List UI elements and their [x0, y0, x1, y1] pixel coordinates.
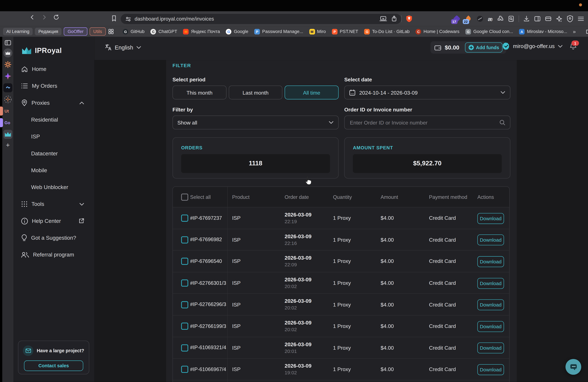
bookmark-item[interactable]: P Password Manage...: [252, 29, 305, 34]
back-icon[interactable]: [29, 14, 35, 20]
bookmark-item[interactable]: G GitHub: [121, 29, 146, 34]
row-checkbox[interactable]: [181, 323, 188, 330]
bookmark-flag-icon[interactable]: [111, 15, 117, 22]
sidebar-item-home[interactable]: Home: [21, 63, 87, 75]
account-menu[interactable]: miro@go-offer.us: [503, 42, 563, 50]
row-checkbox[interactable]: [181, 215, 188, 222]
download-button[interactable]: Download: [477, 343, 504, 354]
page-search-icon[interactable]: [508, 15, 514, 22]
period-all-time-button[interactable]: All time: [285, 85, 339, 99]
product-cell: ISP: [232, 345, 241, 351]
contact-sales-button[interactable]: Contact sales: [24, 361, 83, 371]
live-chat-button[interactable]: [566, 359, 581, 375]
sidebar-item-proxies[interactable]: Proxies: [21, 96, 87, 109]
wallet-card-icon[interactable]: [545, 16, 552, 22]
tab-starburst-icon[interactable]: [3, 60, 12, 69]
puzzle-icon[interactable]: [497, 15, 504, 22]
tab-codeium-icon[interactable]: [3, 83, 12, 92]
laptop-sync-icon[interactable]: [379, 16, 387, 22]
bookmarks-overflow-chevron[interactable]: »: [571, 28, 577, 35]
language-selector[interactable]: English: [105, 44, 142, 51]
tab-iproyal-active[interactable]: [3, 130, 12, 139]
leo-sparkle-icon[interactable]: [556, 15, 563, 22]
sidebar-item-residential[interactable]: Residential: [21, 113, 97, 126]
filter-section-title: FILTER: [172, 63, 191, 68]
sidebar-item-isp[interactable]: ISP: [21, 130, 97, 143]
iproyal-logo[interactable]: IPRoyal: [22, 46, 62, 55]
bookmark-chip[interactable]: Utils: [89, 27, 106, 36]
brave-shield-icon[interactable]: [406, 15, 412, 22]
bookmark-chip[interactable]: Редакция: [35, 28, 62, 35]
apps-grid-icon[interactable]: [108, 28, 114, 35]
row-checkbox[interactable]: [181, 301, 188, 308]
row-checkbox[interactable]: [181, 366, 188, 373]
extension-dark-icon[interactable]: [476, 15, 484, 22]
sidebar-panel-icon[interactable]: [534, 16, 541, 22]
order-id-search-field[interactable]: [344, 116, 510, 129]
sidebar-item-tools[interactable]: Tools: [21, 198, 87, 211]
download-button[interactable]: Download: [477, 364, 504, 375]
bookmark-item[interactable]: M Miro: [307, 29, 328, 34]
row-checkbox[interactable]: [181, 258, 188, 265]
url-text: dashboard.iproyal.com/me/invoices: [135, 16, 214, 22]
order-date-cell: 2026-03-09 19:02: [285, 362, 312, 376]
order-id-search-input[interactable]: [349, 119, 495, 126]
tab-dashed-starburst-icon[interactable]: [3, 95, 12, 104]
order-id: #IP-61069321/4: [190, 345, 226, 350]
period-last-month-button[interactable]: Last month: [229, 85, 282, 99]
new-tab-button[interactable]: +: [6, 142, 10, 149]
download-button[interactable]: Download: [477, 299, 504, 310]
download-button[interactable]: Download: [477, 256, 504, 267]
address-bar[interactable]: dashboard.iproyal.com/me/invoices: [121, 14, 401, 24]
sidebar-item-web-unblocker[interactable]: Web Unblocker: [21, 181, 97, 194]
order-id: #IP-62766301/3: [190, 280, 226, 286]
tab-gemini-icon[interactable]: [3, 72, 12, 81]
row-checkbox[interactable]: [181, 279, 188, 287]
bookmark-chip[interactable]: GoOffer: [64, 27, 87, 36]
tab-group-utils[interactable]: Ut: [2, 106, 14, 116]
add-funds-button[interactable]: Add funds: [465, 42, 503, 52]
extension-ae-icon[interactable]: æ: [488, 16, 493, 22]
row-checkbox[interactable]: [181, 344, 188, 351]
sidebar-item-got-a-suggestion-[interactable]: Got a Suggestion?: [21, 232, 87, 244]
extension-purple-icon[interactable]: 17: [453, 15, 461, 22]
sidebar-item-my-orders[interactable]: My Orders: [21, 80, 87, 92]
tab-group-gooffer[interactable]: Go: [2, 118, 14, 127]
tune-icon[interactable]: [125, 16, 131, 22]
vpn-shield-icon[interactable]: [567, 15, 573, 22]
bookmark-item[interactable]: P PST.NET: [330, 29, 360, 34]
bookmark-item[interactable]: C Home | Codewars: [414, 29, 461, 34]
bookmarks-bar: AI LearningРедакцияGoOfferUtils G GitHub…: [0, 26, 588, 37]
sidebar-item-referral-program[interactable]: Referral program: [21, 248, 87, 261]
all-bookmarks-button[interactable]: Все закладки: [584, 29, 588, 34]
bookmark-chip[interactable]: AI Learning: [3, 28, 33, 35]
filter-by-label: Filter by: [172, 106, 193, 113]
filter-by-select[interactable]: Show all: [172, 116, 338, 129]
downloads-icon[interactable]: [523, 15, 530, 22]
bookmark-item[interactable]: G Google Cloud con...: [463, 29, 515, 34]
select-all-checkbox[interactable]: [181, 194, 188, 201]
download-button[interactable]: Download: [477, 278, 504, 289]
bookmark-item[interactable]: G Google: [224, 29, 250, 34]
date-range-select[interactable]: 2024-10-14 - 2026-03-09: [344, 85, 510, 99]
period-this-month-button[interactable]: This month: [172, 85, 227, 99]
bookmark-item[interactable]: C ChatGPT: [149, 29, 179, 34]
sidebar-item-mobile[interactable]: Mobile: [21, 164, 97, 177]
sidebar-item-datacenter[interactable]: Datacenter: [21, 147, 97, 160]
reload-icon[interactable]: [53, 14, 59, 20]
tab-panel-toggle-icon[interactable]: [5, 40, 11, 46]
extension-orange-icon[interactable]: 22: [464, 15, 472, 22]
menu-icon[interactable]: [578, 16, 584, 22]
download-button[interactable]: Download: [477, 235, 504, 246]
notifications-bell[interactable]: 1: [569, 42, 577, 50]
bookmark-item[interactable]: G To-Do List · GitLab: [362, 29, 411, 34]
sidebar-item-help-center[interactable]: Help Center: [21, 214, 87, 227]
row-checkbox[interactable]: [181, 236, 188, 243]
download-button[interactable]: Download: [477, 321, 504, 332]
download-button[interactable]: Download: [477, 213, 504, 224]
share-icon[interactable]: [391, 15, 397, 22]
bookmark-item[interactable]: A Miroslav - Microso...: [517, 29, 569, 34]
forward-icon[interactable]: [41, 14, 47, 20]
bookmark-item[interactable]: ✉ Яндекс Почта: [181, 29, 222, 34]
tab-crown-icon[interactable]: [3, 48, 12, 57]
